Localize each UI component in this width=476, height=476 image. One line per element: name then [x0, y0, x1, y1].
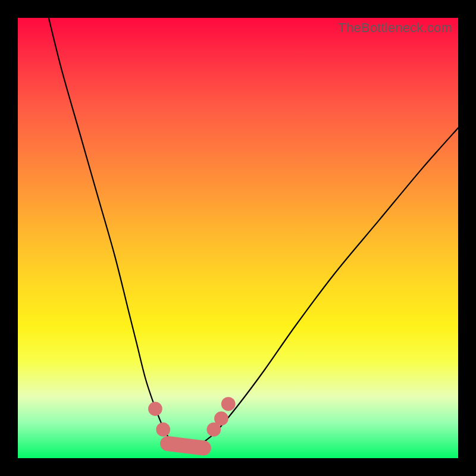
chart-frame: TheBottleneck.com	[0, 0, 476, 476]
curve-svg	[18, 18, 458, 458]
marker-pill	[168, 444, 204, 448]
marker-dot	[214, 412, 228, 426]
marker-dot	[221, 397, 236, 411]
marker-dot	[148, 402, 162, 416]
bottleneck-curve	[49, 18, 458, 449]
marker-dot	[156, 422, 170, 437]
plot-area: TheBottleneck.com	[18, 18, 458, 458]
